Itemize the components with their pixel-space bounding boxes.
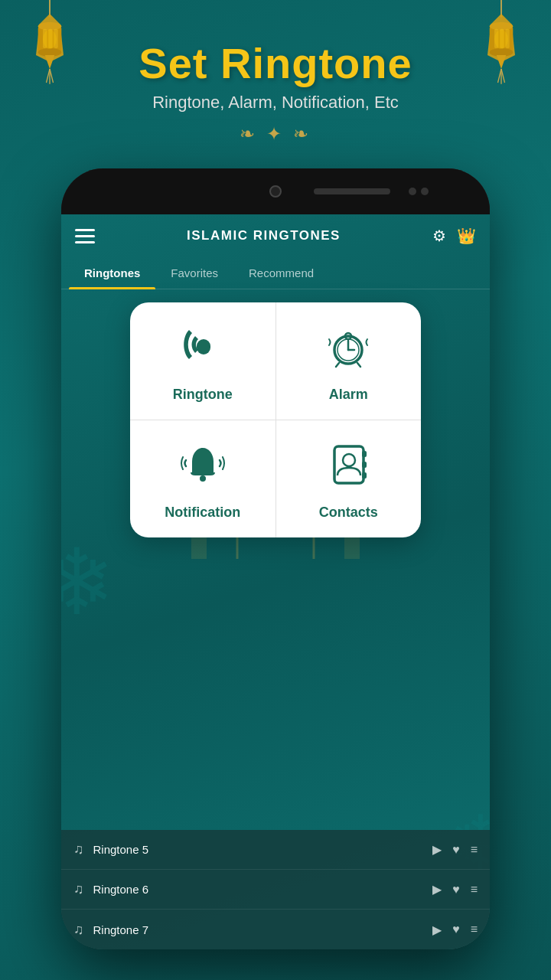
phone-top-bar [61, 168, 490, 214]
ringtone-item-7[interactable]: ♫ Ringtone 7 ▶ ♥ ≡ [61, 910, 490, 949]
svg-rect-40 [334, 446, 364, 483]
ringtone-cell[interactable]: Ringtone [130, 302, 276, 420]
header-area: Set Ringtone Ringtone, Alarm, Notificati… [0, 38, 551, 145]
favorite-button[interactable]: ♥ [452, 883, 460, 897]
alarm-cell[interactable]: Alarm [276, 302, 422, 420]
settings-icon[interactable]: ⚙ [432, 227, 446, 245]
sensor-dot-2 [421, 188, 429, 195]
svg-point-39 [200, 475, 206, 482]
sensor-dot-1 [409, 188, 416, 195]
equalizer-button[interactable]: ≡ [471, 923, 478, 936]
ringtone-label: Ringtone [173, 387, 233, 403]
ringtone-item-5[interactable]: ♫ Ringtone 5 ▶ ♥ ≡ [61, 830, 490, 870]
page-title: Set Ringtone [0, 38, 551, 88]
hamburger-menu[interactable] [75, 229, 95, 243]
ringtone-list: ♫ Ringtone 5 ▶ ♥ ≡ ♫ Ringtone 6 ▶ ♥ ≡ ♫ [61, 830, 490, 949]
grid-row-1: Ringtone [130, 302, 421, 420]
header-icons: ⚙ 👑 [432, 227, 476, 245]
main-grid-card: Ringtone [130, 302, 421, 537]
app-title: ISLAMIC RINGTONES [187, 228, 341, 243]
svg-rect-31 [197, 339, 210, 354]
svg-rect-44 [362, 472, 367, 479]
notification-icon [180, 442, 226, 494]
tab-recommend[interactable]: Recommend [233, 257, 329, 289]
page-subtitle: Ringtone, Alarm, Notification, Etc [0, 93, 551, 113]
svg-rect-42 [362, 451, 367, 457]
svg-line-38 [357, 363, 360, 367]
play-button[interactable]: ▶ [432, 842, 442, 857]
music-note-icon: ♫ [73, 841, 84, 858]
hamburger-line-1 [75, 229, 95, 231]
svg-point-41 [343, 454, 355, 466]
ringtone-name: Ringtone 5 [93, 843, 424, 856]
play-button[interactable]: ▶ [432, 923, 442, 937]
sensors [409, 188, 429, 195]
ringtone-name: Ringtone 7 [93, 923, 424, 936]
phone-frame: ❄ ❄ ☽ [61, 168, 490, 949]
divider-decoration: ❧ ✦ ❧ [0, 123, 551, 145]
play-button[interactable]: ▶ [432, 882, 442, 897]
equalizer-button[interactable]: ≡ [471, 843, 478, 857]
ringtone-actions: ▶ ♥ ≡ [432, 882, 478, 897]
premium-icon[interactable]: 👑 [457, 227, 476, 245]
svg-line-37 [336, 363, 339, 367]
favorite-button[interactable]: ♥ [452, 923, 460, 936]
hamburger-line-2 [75, 235, 95, 237]
app-header: ISLAMIC RINGTONES ⚙ 👑 [61, 214, 490, 257]
music-note-icon: ♫ [73, 922, 84, 938]
contacts-label: Contacts [319, 505, 378, 521]
ringtone-item-6[interactable]: ♫ Ringtone 6 ▶ ♥ ≡ [61, 870, 490, 910]
equalizer-button[interactable]: ≡ [471, 883, 478, 897]
speaker-grille [314, 188, 390, 194]
camera [269, 185, 282, 198]
favorite-button[interactable]: ♥ [452, 843, 460, 857]
ringtone-actions: ▶ ♥ ≡ [432, 842, 478, 857]
floral-decoration-left: ❄ [61, 529, 116, 635]
music-note-icon: ♫ [73, 881, 84, 897]
ringtone-actions: ▶ ♥ ≡ [432, 923, 478, 937]
phone-screen: ❄ ❄ ☽ [61, 214, 490, 949]
hamburger-line-3 [75, 241, 95, 243]
contacts-cell[interactable]: Contacts [276, 420, 422, 537]
alarm-label: Alarm [329, 387, 368, 403]
svg-rect-43 [362, 462, 367, 468]
notification-label: Notification [165, 505, 240, 521]
tab-favorites[interactable]: Favorites [155, 257, 233, 289]
tabs-bar: Ringtones Favorites Recommend [61, 257, 490, 289]
grid-row-2: Notification [130, 420, 421, 537]
alarm-icon [325, 324, 371, 376]
ringtone-icon [180, 324, 226, 376]
notification-cell[interactable]: Notification [130, 420, 276, 537]
tab-ringtones[interactable]: Ringtones [69, 257, 155, 289]
ringtone-name: Ringtone 6 [93, 883, 424, 896]
contacts-icon [325, 442, 371, 494]
